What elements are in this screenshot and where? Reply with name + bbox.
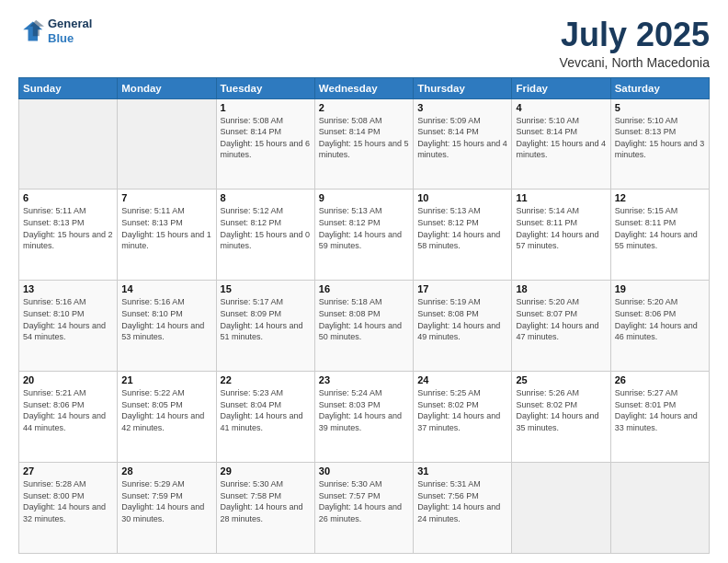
day-number: 7 xyxy=(121,192,211,203)
day-number: 30 xyxy=(319,465,409,477)
calendar-cell xyxy=(610,463,709,554)
logo-line2: Blue xyxy=(48,31,92,46)
day-info: Sunrise: 5:11 AMSunset: 8:13 PMDaylight:… xyxy=(23,205,113,251)
day-number: 19 xyxy=(615,283,705,294)
calendar-cell: 16Sunrise: 5:18 AMSunset: 8:08 PMDayligh… xyxy=(314,281,413,372)
calendar-cell: 15Sunrise: 5:17 AMSunset: 8:09 PMDayligh… xyxy=(216,281,314,372)
day-number: 26 xyxy=(615,374,705,385)
calendar-cell: 5Sunrise: 5:10 AMSunset: 8:13 PMDaylight… xyxy=(610,98,709,190)
day-info: Sunrise: 5:16 AMSunset: 8:10 PMDaylight:… xyxy=(23,296,113,342)
calendar-cell xyxy=(19,98,118,190)
subtitle: Vevcani, North Macedonia xyxy=(560,55,710,70)
day-info: Sunrise: 5:20 AMSunset: 8:06 PMDaylight:… xyxy=(615,296,705,342)
calendar-cell: 9Sunrise: 5:13 AMSunset: 8:12 PMDaylight… xyxy=(314,190,413,281)
day-number: 12 xyxy=(615,192,705,203)
day-number: 11 xyxy=(516,192,606,203)
day-number: 31 xyxy=(417,465,507,477)
day-info: Sunrise: 5:22 AMSunset: 8:05 PMDaylight:… xyxy=(121,387,211,433)
header: General Blue July 2025 Vevcani, North Ma… xyxy=(18,17,710,70)
calendar-week-4: 20Sunrise: 5:21 AMSunset: 8:06 PMDayligh… xyxy=(19,372,710,463)
day-number: 4 xyxy=(516,102,606,113)
calendar-cell: 6Sunrise: 5:11 AMSunset: 8:13 PMDaylight… xyxy=(19,190,118,281)
day-number: 2 xyxy=(319,102,409,113)
calendar-header-monday: Monday xyxy=(118,77,216,98)
day-number: 29 xyxy=(221,465,311,477)
day-number: 3 xyxy=(417,102,507,113)
day-number: 9 xyxy=(319,192,409,203)
calendar-header-friday: Friday xyxy=(512,77,610,98)
logo-text: General Blue xyxy=(48,17,92,45)
calendar-cell: 29Sunrise: 5:30 AMSunset: 7:58 PMDayligh… xyxy=(216,463,314,554)
calendar-cell: 17Sunrise: 5:19 AMSunset: 8:08 PMDayligh… xyxy=(414,281,512,372)
day-info: Sunrise: 5:14 AMSunset: 8:11 PMDaylight:… xyxy=(516,205,606,251)
calendar-cell: 20Sunrise: 5:21 AMSunset: 8:06 PMDayligh… xyxy=(19,372,118,463)
day-number: 25 xyxy=(516,374,606,385)
day-info: Sunrise: 5:30 AMSunset: 7:57 PMDaylight:… xyxy=(319,478,409,524)
day-info: Sunrise: 5:11 AMSunset: 8:13 PMDaylight:… xyxy=(121,205,211,251)
calendar-cell: 25Sunrise: 5:26 AMSunset: 8:02 PMDayligh… xyxy=(512,372,610,463)
day-number: 23 xyxy=(319,374,409,385)
day-info: Sunrise: 5:13 AMSunset: 8:12 PMDaylight:… xyxy=(319,205,409,251)
calendar-cell: 8Sunrise: 5:12 AMSunset: 8:12 PMDaylight… xyxy=(216,190,314,281)
day-number: 14 xyxy=(121,283,211,294)
day-info: Sunrise: 5:31 AMSunset: 7:56 PMDaylight:… xyxy=(417,478,507,524)
day-info: Sunrise: 5:13 AMSunset: 8:12 PMDaylight:… xyxy=(417,205,507,251)
calendar-cell: 18Sunrise: 5:20 AMSunset: 8:07 PMDayligh… xyxy=(512,281,610,372)
calendar-cell: 4Sunrise: 5:10 AMSunset: 8:14 PMDaylight… xyxy=(512,98,610,190)
day-info: Sunrise: 5:08 AMSunset: 8:14 PMDaylight:… xyxy=(319,115,409,161)
calendar-cell xyxy=(118,98,216,190)
calendar-header-wednesday: Wednesday xyxy=(314,77,413,98)
day-number: 15 xyxy=(221,283,311,294)
day-info: Sunrise: 5:25 AMSunset: 8:02 PMDaylight:… xyxy=(417,387,507,433)
calendar-header-saturday: Saturday xyxy=(610,77,709,98)
day-number: 16 xyxy=(319,283,409,294)
calendar-cell xyxy=(512,463,610,554)
calendar-cell: 2Sunrise: 5:08 AMSunset: 8:14 PMDaylight… xyxy=(314,98,413,190)
day-number: 27 xyxy=(23,465,113,477)
logo: General Blue xyxy=(18,17,92,45)
calendar-cell: 7Sunrise: 5:11 AMSunset: 8:13 PMDaylight… xyxy=(118,190,216,281)
day-info: Sunrise: 5:10 AMSunset: 8:14 PMDaylight:… xyxy=(516,115,606,161)
calendar-cell: 30Sunrise: 5:30 AMSunset: 7:57 PMDayligh… xyxy=(314,463,413,554)
calendar-cell: 3Sunrise: 5:09 AMSunset: 8:14 PMDaylight… xyxy=(414,98,512,190)
calendar-week-3: 13Sunrise: 5:16 AMSunset: 8:10 PMDayligh… xyxy=(19,281,710,372)
calendar-cell: 13Sunrise: 5:16 AMSunset: 8:10 PMDayligh… xyxy=(19,281,118,372)
day-info: Sunrise: 5:15 AMSunset: 8:11 PMDaylight:… xyxy=(615,205,705,251)
day-info: Sunrise: 5:16 AMSunset: 8:10 PMDaylight:… xyxy=(121,296,211,342)
day-info: Sunrise: 5:30 AMSunset: 7:58 PMDaylight:… xyxy=(221,478,311,524)
logo-line1: General xyxy=(48,17,92,31)
day-number: 1 xyxy=(221,102,311,113)
calendar-cell: 10Sunrise: 5:13 AMSunset: 8:12 PMDayligh… xyxy=(414,190,512,281)
day-number: 10 xyxy=(417,192,507,203)
calendar-cell: 22Sunrise: 5:23 AMSunset: 8:04 PMDayligh… xyxy=(216,372,314,463)
calendar-week-2: 6Sunrise: 5:11 AMSunset: 8:13 PMDaylight… xyxy=(19,190,710,281)
day-info: Sunrise: 5:29 AMSunset: 7:59 PMDaylight:… xyxy=(121,478,211,524)
day-info: Sunrise: 5:09 AMSunset: 8:14 PMDaylight:… xyxy=(417,115,507,161)
day-info: Sunrise: 5:17 AMSunset: 8:09 PMDaylight:… xyxy=(221,296,311,342)
calendar-cell: 28Sunrise: 5:29 AMSunset: 7:59 PMDayligh… xyxy=(118,463,216,554)
calendar-cell: 23Sunrise: 5:24 AMSunset: 8:03 PMDayligh… xyxy=(314,372,413,463)
logo-icon xyxy=(18,18,44,44)
calendar-cell: 14Sunrise: 5:16 AMSunset: 8:10 PMDayligh… xyxy=(118,281,216,372)
day-info: Sunrise: 5:19 AMSunset: 8:08 PMDaylight:… xyxy=(417,296,507,342)
calendar-header-tuesday: Tuesday xyxy=(216,77,314,98)
day-info: Sunrise: 5:27 AMSunset: 8:01 PMDaylight:… xyxy=(615,387,705,433)
calendar-week-1: 1Sunrise: 5:08 AMSunset: 8:14 PMDaylight… xyxy=(19,98,710,190)
day-info: Sunrise: 5:08 AMSunset: 8:14 PMDaylight:… xyxy=(221,115,311,161)
day-number: 18 xyxy=(516,283,606,294)
day-info: Sunrise: 5:28 AMSunset: 8:00 PMDaylight:… xyxy=(23,478,113,524)
day-info: Sunrise: 5:10 AMSunset: 8:13 PMDaylight:… xyxy=(615,115,705,161)
day-info: Sunrise: 5:26 AMSunset: 8:02 PMDaylight:… xyxy=(516,387,606,433)
day-number: 8 xyxy=(221,192,311,203)
day-number: 6 xyxy=(23,192,113,203)
calendar-cell: 19Sunrise: 5:20 AMSunset: 8:06 PMDayligh… xyxy=(610,281,709,372)
day-number: 24 xyxy=(417,374,507,385)
day-number: 28 xyxy=(121,465,211,477)
calendar-header-thursday: Thursday xyxy=(414,77,512,98)
calendar-cell: 31Sunrise: 5:31 AMSunset: 7:56 PMDayligh… xyxy=(414,463,512,554)
day-info: Sunrise: 5:23 AMSunset: 8:04 PMDaylight:… xyxy=(221,387,311,433)
day-number: 20 xyxy=(23,374,113,385)
day-info: Sunrise: 5:12 AMSunset: 8:12 PMDaylight:… xyxy=(221,205,311,251)
calendar-week-5: 27Sunrise: 5:28 AMSunset: 8:00 PMDayligh… xyxy=(19,463,710,554)
day-info: Sunrise: 5:18 AMSunset: 8:08 PMDaylight:… xyxy=(319,296,409,342)
